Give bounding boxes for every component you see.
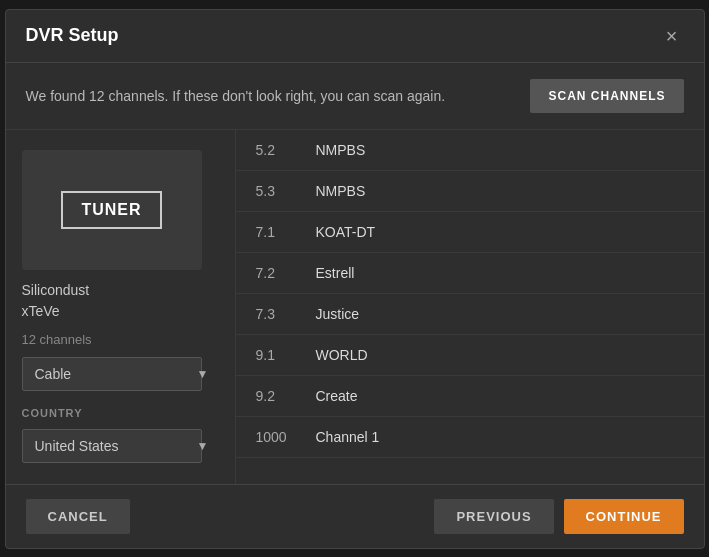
- device-name: Silicondust xTeVe: [22, 280, 219, 322]
- channel-number: 9.2: [256, 388, 316, 404]
- channel-item: 9.2 Create: [236, 376, 704, 417]
- channel-name: NMPBS: [316, 142, 366, 158]
- modal-overlay: DVR Setup × We found 12 channels. If the…: [0, 0, 709, 557]
- modal-footer: CANCEL PREVIOUS CONTINUE: [6, 484, 704, 548]
- scan-channels-button[interactable]: SCAN CHANNELS: [530, 79, 683, 113]
- close-button[interactable]: ×: [660, 24, 684, 48]
- channel-name: WORLD: [316, 347, 368, 363]
- channel-count: 12 channels: [22, 332, 219, 347]
- channel-name: Justice: [316, 306, 360, 322]
- channel-list: 5.2 NMPBS 5.3 NMPBS 7.1 KOAT-DT 7.2 Estr…: [236, 130, 704, 458]
- channel-list-panel: 5.2 NMPBS 5.3 NMPBS 7.1 KOAT-DT 7.2 Estr…: [236, 130, 704, 484]
- channel-item: 7.2 Estrell: [236, 253, 704, 294]
- signal-type-wrapper: Cable Antenna ▼: [22, 357, 219, 391]
- channel-name: NMPBS: [316, 183, 366, 199]
- modal-body: TUNER Silicondust xTeVe 12 channels Cabl…: [6, 130, 704, 484]
- footer-right: PREVIOUS CONTINUE: [434, 499, 683, 534]
- country-wrapper: United States Canada United Kingdom ▼: [22, 429, 219, 463]
- device-line2: xTeVe: [22, 303, 60, 319]
- dvr-setup-modal: DVR Setup × We found 12 channels. If the…: [5, 9, 705, 549]
- country-select[interactable]: United States Canada United Kingdom: [22, 429, 202, 463]
- modal-header: DVR Setup ×: [6, 10, 704, 63]
- scan-bar: We found 12 channels. If these don't loo…: [6, 63, 704, 130]
- tuner-box: TUNER: [22, 150, 202, 270]
- cancel-button[interactable]: CANCEL: [26, 499, 130, 534]
- device-line1: Silicondust: [22, 282, 90, 298]
- modal-title: DVR Setup: [26, 25, 119, 46]
- channel-number: 9.1: [256, 347, 316, 363]
- country-section-label: COUNTRY: [22, 407, 219, 419]
- channel-number: 5.2: [256, 142, 316, 158]
- channel-item: 7.3 Justice: [236, 294, 704, 335]
- channel-number: 7.3: [256, 306, 316, 322]
- channel-number: 1000: [256, 429, 316, 445]
- channel-name: KOAT-DT: [316, 224, 376, 240]
- channel-item: 5.3 NMPBS: [236, 171, 704, 212]
- channel-name: Channel 1: [316, 429, 380, 445]
- channel-name: Create: [316, 388, 358, 404]
- channel-item: 9.1 WORLD: [236, 335, 704, 376]
- left-panel: TUNER Silicondust xTeVe 12 channels Cabl…: [6, 130, 236, 484]
- previous-button[interactable]: PREVIOUS: [434, 499, 553, 534]
- channel-name: Estrell: [316, 265, 355, 281]
- signal-type-select[interactable]: Cable Antenna: [22, 357, 202, 391]
- channel-number: 5.3: [256, 183, 316, 199]
- continue-button[interactable]: CONTINUE: [564, 499, 684, 534]
- channel-item: 7.1 KOAT-DT: [236, 212, 704, 253]
- tuner-label: TUNER: [61, 191, 161, 229]
- footer-left: CANCEL: [26, 499, 130, 534]
- channel-number: 7.1: [256, 224, 316, 240]
- channel-number: 7.2: [256, 265, 316, 281]
- scan-message: We found 12 channels. If these don't loo…: [26, 88, 446, 104]
- channel-item: 5.2 NMPBS: [236, 130, 704, 171]
- channel-item: 1000 Channel 1: [236, 417, 704, 458]
